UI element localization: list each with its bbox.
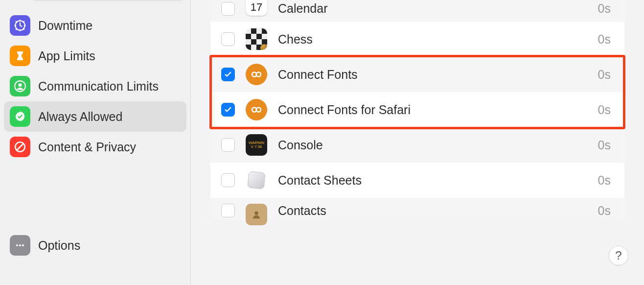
- contacts-app-icon: [246, 204, 267, 225]
- app-name: Connect Fonts: [278, 68, 587, 82]
- checkbox-console[interactable]: [221, 138, 235, 152]
- svg-point-6: [19, 244, 21, 246]
- checkbox-contacts[interactable]: [221, 204, 235, 217]
- console-app-icon: WARNIN V 7:36: [246, 134, 267, 156]
- sidebar-list: Downtime App Limits Communication Limits: [4, 10, 186, 162]
- calendar-icon-day: 17: [251, 0, 262, 15]
- main-panel: JUL 17 Calendar 0s Chess 0s: [191, 0, 644, 285]
- svg-point-12: [254, 212, 258, 215]
- person-circle-icon: [10, 76, 30, 96]
- connect-fonts-app-icon: [246, 64, 267, 85]
- app-time: 0s: [598, 103, 614, 117]
- app-name: Connect Fonts for Safari: [278, 103, 587, 117]
- sidebar-item-app-limits[interactable]: App Limits: [4, 41, 186, 71]
- app-name: Contacts: [278, 204, 587, 218]
- sidebar-item-label: Downtime: [38, 19, 92, 33]
- svg-point-5: [16, 244, 18, 246]
- console-icon-line2: V 7:36: [251, 145, 262, 149]
- sidebar-item-communication-limits[interactable]: Communication Limits: [4, 71, 186, 101]
- hourglass-icon: [10, 46, 30, 66]
- app-name: Console: [278, 138, 587, 152]
- sidebar-item-label: Always Allowed: [38, 110, 122, 124]
- app-name: Contact Sheets: [278, 173, 587, 188]
- sidebar-item-label: App Limits: [38, 49, 95, 63]
- checkbox-chess[interactable]: [221, 32, 235, 46]
- checkmark-seal-icon: [10, 106, 30, 127]
- sidebar-item-options[interactable]: Options: [4, 230, 186, 261]
- app-name: Calendar: [278, 1, 587, 16]
- app-name: Chess: [278, 32, 587, 47]
- checkbox-calendar[interactable]: [221, 2, 235, 16]
- sidebar-bottom: Options: [4, 230, 186, 261]
- app-time: 0s: [598, 32, 614, 47]
- app-list: JUL 17 Calendar 0s Chess 0s: [210, 0, 624, 220]
- sidebar-item-label: Options: [38, 238, 80, 253]
- sidebar-item-content-privacy[interactable]: Content & Privacy: [4, 132, 186, 162]
- help-button-label: ?: [615, 249, 621, 262]
- app-row-contacts: Contacts 0s: [210, 198, 624, 220]
- sidebar-item-label: Communication Limits: [38, 79, 159, 94]
- app-row-console: WARNIN V 7:36 Console 0s: [210, 127, 624, 163]
- svg-point-2: [19, 83, 22, 87]
- checkbox-connect-fonts[interactable]: [221, 68, 235, 81]
- sidebar: Downtime App Limits Communication Limits: [0, 0, 191, 285]
- app-row-connect-fonts: Connect Fonts 0s: [210, 57, 624, 92]
- sidebar-item-label: Content & Privacy: [38, 140, 136, 154]
- app-time: 0s: [598, 1, 614, 16]
- help-button[interactable]: ?: [609, 246, 628, 265]
- ellipsis-icon: [10, 235, 30, 256]
- app-time: 0s: [598, 68, 614, 82]
- checkbox-connect-fonts-safari[interactable]: [221, 103, 235, 117]
- app-time: 0s: [598, 204, 614, 218]
- checkbox-contact-sheets[interactable]: [221, 173, 235, 187]
- no-sign-icon: [10, 137, 30, 157]
- svg-line-4: [17, 144, 23, 150]
- app-time: 0s: [598, 138, 614, 152]
- sidebar-divider: [34, 0, 182, 0]
- sidebar-item-downtime[interactable]: Downtime: [4, 10, 186, 41]
- app-row-connect-fonts-safari: Connect Fonts for Safari 0s: [210, 92, 624, 127]
- chess-app-icon: [246, 28, 267, 50]
- app-row-contact-sheets: Contact Sheets 0s: [210, 163, 624, 198]
- app-row-chess: Chess 0s: [210, 22, 624, 57]
- svg-point-7: [22, 244, 24, 246]
- calendar-app-icon: JUL 17: [246, 0, 267, 16]
- contact-sheets-app-icon: [246, 169, 267, 191]
- app-time: 0s: [598, 173, 614, 188]
- connect-fonts-safari-app-icon: [246, 99, 267, 120]
- downtime-icon: [10, 15, 30, 36]
- app-row-calendar: JUL 17 Calendar 0s: [210, 0, 624, 22]
- sidebar-item-always-allowed[interactable]: Always Allowed: [4, 101, 186, 132]
